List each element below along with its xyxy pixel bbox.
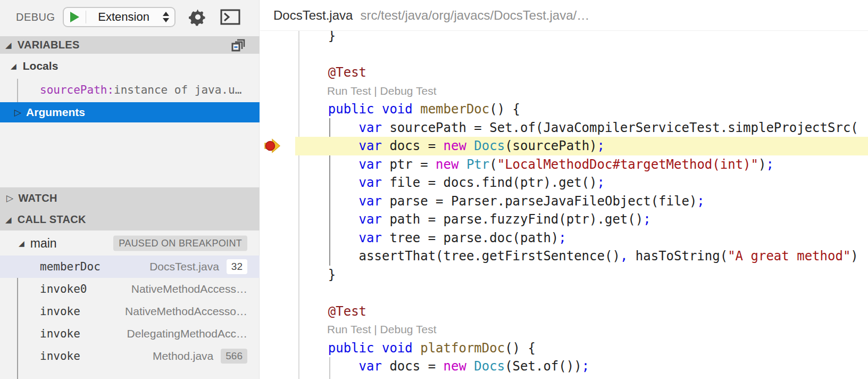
code-token-fn: platformDoc (420, 341, 505, 356)
code-token-ann: @Test (297, 304, 366, 319)
debug-console-icon[interactable] (220, 9, 240, 26)
code-token-kw: var (297, 230, 389, 245)
file-path-breadcrumb: src/test/java/org/javacs/DocsTest.java/… (360, 8, 589, 23)
variable-name: sourcePath: (40, 84, 114, 96)
code-line: var path = parse.fuzzyFind(ptr).get(); (295, 210, 868, 229)
code-token-ctl: new (436, 157, 466, 172)
stack-frame-memberDoc[interactable]: memberDocDocsTest.java32 (0, 256, 260, 278)
stack-frame-invoke0[interactable]: invoke0NativeMethodAccess… (0, 278, 260, 300)
variables-scope-arguments[interactable]: ▷ Arguments (0, 102, 260, 122)
vscode-debug-view: DEBUG Extension ◢ VA (0, 0, 868, 379)
frame-function-name: memberDoc (40, 260, 101, 273)
code-line: @Test (295, 63, 868, 82)
code-token-type: Docs (474, 359, 505, 374)
frame-function-name: invoke (40, 350, 80, 362)
stack-frame-invoke[interactable]: invokeNativeMethodAccesso… (0, 300, 260, 323)
code-token-plain: file = docs.find(ptr).get() (389, 175, 597, 190)
editor-header[interactable]: DocsTest.java src/test/java/org/javacs/D… (260, 0, 868, 31)
code-token-kw: ; (766, 157, 773, 172)
stack-frame-invoke[interactable]: invokeDelegatingMethodAcc… (0, 323, 260, 345)
code-token-kw: var (297, 194, 389, 209)
code-token-kw: ; (643, 212, 650, 227)
code-lens-line: Run Test | Debug Test (295, 82, 868, 101)
collapse-all-icon[interactable] (231, 38, 246, 55)
editor-pane: } @TestRun Test | Debug Test public void… (260, 0, 868, 379)
code-token-kw: var (297, 212, 389, 227)
code-token-plain: (Set.of()) (505, 359, 582, 374)
breakpoint-execution-pointer-icon[interactable] (264, 138, 282, 155)
frame-file-name: NativeMethodAccess… (131, 283, 247, 295)
chevron-expanded-icon[interactable]: ◢ (5, 215, 12, 225)
frame-function-name: invoke (40, 327, 80, 340)
code-token-str: "A great method" (728, 249, 850, 263)
chevron-expanded-icon[interactable]: ◢ (11, 62, 16, 70)
code-token-plain: ) (850, 249, 858, 263)
code-token-plain: ptr = (389, 157, 436, 172)
code-line: var ptr = new Ptr("LocalMethodDoc#target… (295, 155, 868, 174)
variable-sourcePath[interactable]: sourcePath: instance of java.u… (0, 79, 260, 101)
dropdown-arrows-icon[interactable] (163, 12, 169, 22)
code-token-ctl: new (444, 138, 474, 153)
code-line (295, 284, 868, 302)
frame-line-number-badge: 32 (227, 259, 247, 274)
code-token-plain: sourcePath = Set.of(JavaCompilerServiceT… (389, 120, 858, 135)
code-line: public void platformDoc() { (295, 339, 868, 358)
code-token-kw: var (297, 157, 389, 172)
code-token-plain: parse = Parser.parseJavaFileObject(file) (389, 194, 697, 209)
code-token-kw: ; (697, 194, 704, 209)
chevron-expanded-icon[interactable]: ◢ (19, 239, 24, 248)
frame-file-name: Method.java (153, 350, 213, 362)
code-token-plain: docs = (389, 138, 443, 153)
stack-frame-invoke[interactable]: invokeMethod.java566 (0, 345, 260, 367)
code-token-plain: tree = parse.doc(path) (389, 230, 558, 245)
chevron-collapsed-icon[interactable]: ▷ (6, 193, 13, 203)
code-line-current: var docs = new Docs(sourcePath); (295, 137, 868, 155)
code-line (295, 45, 868, 64)
code-line: public void memberDoc() { (295, 100, 868, 119)
code-line: } (295, 266, 868, 284)
code-token-kw: ; (582, 359, 589, 374)
code-line: var parse = Parser.parseJavaFileObject(f… (295, 192, 868, 211)
call-stack-thread-main[interactable]: ◢ main PAUSED ON BREAKPOINT (0, 231, 260, 256)
paused-status-badge: PAUSED ON BREAKPOINT (113, 236, 247, 251)
call-stack-section-title: CALL STACK (18, 213, 86, 226)
debug-panel-title: DEBUG (16, 11, 55, 23)
chevron-collapsed-icon[interactable]: ▷ (14, 107, 21, 118)
code-token-plain: docs = (389, 359, 443, 374)
code-line: assertThat(tree.getFirstSentence(), hasT… (295, 247, 868, 266)
code-token-plain: () { (505, 341, 536, 356)
settings-gear-icon[interactable] (188, 7, 207, 27)
launch-config-control[interactable]: Extension (63, 7, 176, 27)
run-debug-test-lens-link[interactable]: Run Test | Debug Test (327, 323, 436, 335)
run-debug-test-lens-link[interactable]: Run Test | Debug Test (327, 85, 436, 97)
code-token-kw: ; (558, 230, 566, 245)
variables-section-title: VARIABLES (18, 39, 80, 51)
call-stack-section-header[interactable]: ◢ CALL STACK (0, 209, 260, 230)
code-token-type: Docs (474, 138, 505, 153)
variables-scope-locals[interactable]: ◢ Locals (0, 55, 260, 77)
frame-file-name: NativeMethodAccesso… (125, 305, 247, 318)
code-token-fn: memberDoc (420, 102, 489, 117)
code-lens-line: Run Test | Debug Test (295, 320, 868, 339)
code-area[interactable]: } @TestRun Test | Debug Test public void… (260, 0, 868, 379)
code-line: @Test (295, 302, 868, 321)
code-token-plain: ( (489, 157, 497, 172)
code-token-plain: path = parse.fuzzyFind(ptr).get() (389, 212, 643, 227)
chevron-expanded-icon[interactable]: ◢ (5, 40, 12, 50)
arguments-scope-label: Arguments (26, 106, 85, 119)
code-token-plain: hasToString( (628, 249, 728, 263)
code-token-ctl: new (444, 359, 474, 374)
code-token-plain: assertThat(tree.getFirstSentence() (297, 249, 620, 263)
file-title: DocsTest.java (273, 8, 353, 23)
code-token-kw: public void (297, 341, 420, 356)
variables-section-header[interactable]: ◢ VARIABLES (0, 36, 260, 54)
code-token-plain: ) (758, 157, 766, 172)
frame-file-name: DelegatingMethodAcc… (127, 327, 247, 340)
watch-section-title: WATCH (18, 192, 57, 204)
code-token-str: "LocalMethodDoc#targetMethod(int)" (497, 157, 758, 172)
variable-value: instance of java.u… (114, 84, 241, 96)
start-debug-icon[interactable] (70, 12, 79, 22)
launch-config-select[interactable]: Extension (86, 10, 162, 24)
code-token-kw: , (620, 249, 628, 263)
watch-section-header[interactable]: ▷ WATCH (0, 187, 260, 209)
